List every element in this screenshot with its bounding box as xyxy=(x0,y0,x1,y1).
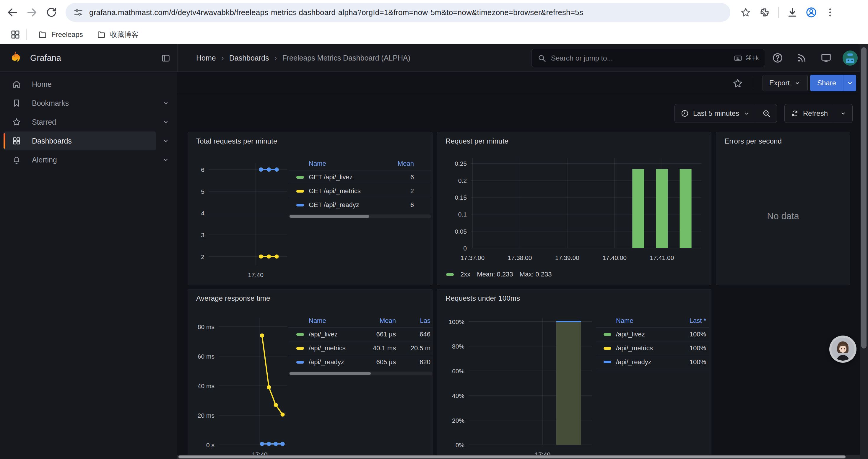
chevron-down-icon xyxy=(743,110,750,117)
panel-request-per-minute: Request per minute 00.050.10.150.20.2517… xyxy=(437,132,711,285)
extensions-icon[interactable] xyxy=(756,4,773,21)
sidebar-item-starred[interactable]: Starred xyxy=(4,112,156,131)
column-header[interactable]: Name xyxy=(289,160,390,167)
series-name-cell[interactable]: GET /api/_readyz xyxy=(289,201,390,209)
legend-scrollbar-thumb[interactable] xyxy=(289,372,371,375)
bookmark-label: Freeleaps xyxy=(52,30,83,39)
table-row[interactable]: /api/_metrics100% xyxy=(596,341,709,355)
refresh-interval-dropdown[interactable] xyxy=(834,104,852,123)
series-name: /api/_livez xyxy=(616,330,645,338)
series-name-cell[interactable]: GET /api/_livez xyxy=(289,173,390,181)
sidebar-item-bookmarks[interactable]: Bookmarks xyxy=(4,94,156,112)
column-header[interactable]: Las xyxy=(399,317,433,325)
chevron-down-icon[interactable] xyxy=(161,131,170,150)
refresh-button[interactable]: Refresh xyxy=(785,104,834,123)
news-icon[interactable] xyxy=(795,51,809,65)
panel-title[interactable]: Requests under 100ms xyxy=(445,294,520,302)
vertical-scrollbar[interactable] xyxy=(860,44,868,459)
favorite-star-icon[interactable] xyxy=(732,77,744,90)
dock-menu-icon[interactable] xyxy=(159,52,173,65)
bookmark-folder[interactable]: Freeleaps xyxy=(32,28,88,42)
help-icon[interactable] xyxy=(771,51,785,65)
horizontal-scrollbar[interactable] xyxy=(177,455,860,459)
table-row[interactable]: GET /api/_metrics2 xyxy=(289,184,431,198)
search-placeholder: Search or jump to... xyxy=(551,54,729,62)
series-name-cell[interactable]: GET /api/_metrics xyxy=(289,187,390,195)
bookmark-folder[interactable]: 收藏博客 xyxy=(91,28,144,42)
chevron-down-icon[interactable] xyxy=(161,112,170,131)
series-name-cell[interactable]: /api/_readyz xyxy=(289,358,371,366)
download-icon[interactable] xyxy=(784,4,801,21)
refresh-label: Refresh xyxy=(803,109,828,118)
series-name[interactable]: 2xx xyxy=(460,270,470,278)
zoom-out-button[interactable] xyxy=(756,104,777,123)
column-header[interactable]: Name xyxy=(596,317,672,325)
table-row[interactable]: /api/_livez661 µs646 xyxy=(289,327,433,341)
panel-title[interactable]: Request per minute xyxy=(445,137,508,145)
table-row[interactable]: GET /api/_livez6 xyxy=(289,170,431,184)
series-name-cell[interactable]: /api/_readyz xyxy=(596,358,672,366)
search-input[interactable]: Search or jump to... ⌘+k xyxy=(531,49,765,67)
legend-scrollbar[interactable] xyxy=(289,371,433,375)
forward-arrow-icon[interactable] xyxy=(24,4,40,21)
sidebar-item-dashboards[interactable]: Dashboards xyxy=(4,131,156,150)
panel-title[interactable]: Errors per second xyxy=(724,137,782,145)
time-range-picker[interactable]: Last 5 minutes xyxy=(675,104,777,123)
chevron-down-icon[interactable] xyxy=(161,94,170,112)
horizontal-scrollbar-thumb[interactable] xyxy=(179,455,845,458)
data-point xyxy=(275,255,279,259)
table-row[interactable]: /api/_readyz605 µs620 xyxy=(289,355,433,369)
monitor-icon[interactable] xyxy=(819,51,833,65)
chevron-down-icon[interactable] xyxy=(161,150,170,169)
breadcrumb-item: Freeleaps Metrics Dashboard (ALPHA) xyxy=(282,54,411,62)
reload-icon[interactable] xyxy=(43,4,60,21)
url-bar[interactable]: grafana.mathmast.com/d/deytv4rwavabkb/fr… xyxy=(66,3,730,22)
table-row[interactable]: /api/_readyz100% xyxy=(596,355,709,369)
site-info-icon[interactable] xyxy=(73,7,83,18)
floating-avatar-button[interactable] xyxy=(829,335,857,363)
profile-icon[interactable] xyxy=(803,4,819,21)
refresh-picker[interactable]: Refresh xyxy=(784,104,852,123)
table-row[interactable]: /api/_metrics40.1 ms20.5 m xyxy=(289,341,433,355)
total-requests-chart[interactable]: 2345617:40 xyxy=(191,158,289,283)
back-arrow-icon[interactable] xyxy=(4,4,21,21)
vertical-scrollbar-thumb[interactable] xyxy=(861,47,867,349)
x-axis-label: 17:38:00 xyxy=(508,254,532,261)
panel-title[interactable]: Total requests per minute xyxy=(196,137,277,145)
column-header[interactable]: Mean xyxy=(371,317,399,325)
series-name-cell[interactable]: /api/_livez xyxy=(289,330,371,338)
column-header[interactable]: Mean xyxy=(390,160,431,167)
apps-grid-icon[interactable] xyxy=(10,29,21,40)
series-value: 20.5 m xyxy=(399,345,433,352)
bookmark-label: 收藏博客 xyxy=(110,30,138,39)
data-point xyxy=(267,385,271,389)
table-row[interactable]: /api/_livez100% xyxy=(596,327,709,341)
sidebar-item-label: Starred xyxy=(32,118,56,126)
breadcrumb-item[interactable]: Home xyxy=(196,54,216,62)
breadcrumb-item[interactable]: Dashboards xyxy=(229,54,269,62)
table-row[interactable]: GET /api/_readyz6 xyxy=(289,198,431,212)
series-name-cell[interactable]: /api/_metrics xyxy=(596,345,672,352)
sidebar-item-home[interactable]: Home xyxy=(4,75,156,94)
panel-title[interactable]: Average response time xyxy=(196,294,270,302)
share-button[interactable]: Share xyxy=(810,75,856,91)
series-name-cell[interactable]: /api/_metrics xyxy=(289,345,371,352)
requests-under-100ms-chart[interactable]: 0%20%40%60%80%100%17:40 xyxy=(441,313,595,459)
column-header[interactable]: Last * xyxy=(672,317,709,325)
column-header[interactable]: Name xyxy=(289,317,371,325)
time-range-main[interactable]: Last 5 minutes xyxy=(675,104,756,123)
request-per-minute-chart[interactable]: 00.050.10.150.20.2517:37:0017:38:0017:39… xyxy=(441,153,707,269)
export-button[interactable]: Export xyxy=(763,75,808,91)
legend-scrollbar-thumb[interactable] xyxy=(289,215,369,218)
active-accent-bar xyxy=(4,133,5,149)
sidebar-item-alerting[interactable]: Alerting xyxy=(4,150,156,169)
menu-dots-icon[interactable] xyxy=(822,4,838,21)
grafana-brand[interactable]: Grafana xyxy=(8,44,61,72)
user-avatar[interactable] xyxy=(843,51,858,66)
average-response-time-chart[interactable]: 0 s20 ms40 ms60 ms80 ms17:40 xyxy=(191,313,289,459)
sidebar-item-label: Bookmarks xyxy=(32,99,69,107)
series-name-cell[interactable]: /api/_livez xyxy=(596,330,672,338)
bookmark-star-icon[interactable] xyxy=(737,4,754,21)
legend-scrollbar[interactable] xyxy=(289,215,431,218)
share-dropdown-icon[interactable] xyxy=(843,75,856,91)
